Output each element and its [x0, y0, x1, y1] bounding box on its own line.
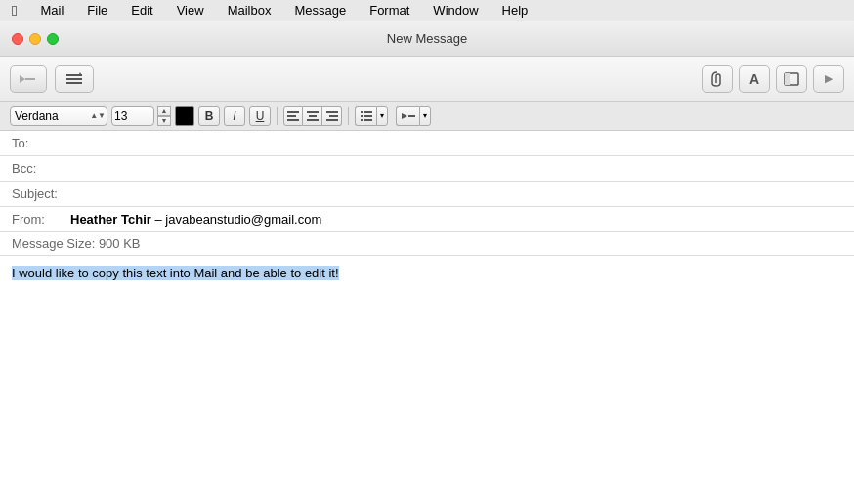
font-button[interactable]: A [739, 65, 770, 93]
bcc-row: Bcc: [0, 156, 854, 182]
message-size-row: Message Size: 900 KB [0, 232, 854, 256]
svg-rect-9 [287, 115, 296, 117]
svg-rect-7 [785, 73, 790, 85]
send-icon [20, 71, 37, 87]
size-down-button[interactable]: ▼ [157, 116, 171, 126]
from-name: Heather Tchir [70, 212, 151, 227]
svg-rect-16 [326, 119, 338, 121]
svg-rect-11 [307, 111, 319, 113]
titlebar: New Message [0, 21, 854, 57]
photo-button[interactable] [776, 65, 807, 93]
svg-rect-12 [309, 115, 317, 117]
list-icon [361, 111, 372, 121]
subject-label: Subject: [12, 187, 70, 201]
menu-mailbox[interactable]: Mailbox [224, 3, 276, 18]
to-label: To: [12, 136, 70, 150]
toolbar-left [10, 65, 94, 93]
compose-area: To: Bcc: Subject: From: Heather Tchir – … [0, 131, 854, 504]
svg-rect-22 [364, 119, 372, 121]
align-center-icon [307, 111, 319, 121]
to-row: To: [0, 131, 854, 156]
options-button[interactable] [55, 65, 94, 93]
send-button[interactable] [10, 65, 47, 93]
more-button[interactable]: ▶ [813, 65, 844, 93]
bcc-label: Bcc: [12, 161, 70, 176]
align-right-button[interactable] [322, 106, 342, 126]
list-combo: ▾ [355, 106, 388, 126]
svg-rect-20 [364, 115, 372, 117]
align-right-icon [326, 111, 338, 121]
apple-menu[interactable]:  [8, 2, 21, 19]
underline-button[interactable]: U [249, 106, 271, 126]
to-input[interactable] [70, 136, 842, 150]
toolbar-right: A ▶ [702, 65, 844, 93]
attachment-icon [710, 71, 724, 87]
svg-rect-15 [329, 115, 338, 117]
svg-rect-8 [287, 111, 299, 113]
svg-rect-19 [361, 115, 363, 117]
align-center-button[interactable] [303, 106, 322, 126]
list-button[interactable] [355, 106, 376, 126]
window-title: New Message [387, 31, 467, 46]
message-size-label: Message Size: 900 KB [12, 236, 141, 251]
menu-window[interactable]: Window [429, 3, 482, 18]
from-label: From: [12, 212, 70, 227]
from-value: Heather Tchir – javabeanstudio@gmail.com [70, 212, 321, 227]
indent-combo: ▾ [396, 106, 431, 126]
toolbar: A ▶ [0, 57, 854, 102]
indent-button[interactable] [396, 106, 419, 126]
size-stepper[interactable]: ▲ ▼ [157, 106, 171, 126]
italic-button[interactable]: I [224, 106, 245, 126]
svg-rect-10 [287, 119, 299, 121]
bold-button[interactable]: B [198, 106, 220, 126]
menu-help[interactable]: Help [498, 3, 533, 18]
from-email: javabeanstudio@gmail.com [165, 212, 321, 227]
separator-1 [277, 107, 278, 125]
close-button[interactable] [12, 33, 23, 45]
menu-file[interactable]: File [83, 3, 111, 18]
svg-rect-4 [66, 82, 82, 84]
svg-rect-13 [307, 119, 319, 121]
font-selector-wrapper: Verdana ▲▼ [10, 106, 107, 126]
indent-icon [402, 111, 415, 121]
menu-view[interactable]: View [173, 3, 208, 18]
svg-rect-24 [408, 115, 415, 117]
options-icon [66, 72, 82, 86]
subject-row: Subject: [0, 182, 854, 207]
size-up-button[interactable]: ▲ [157, 106, 171, 116]
traffic-lights [12, 33, 59, 45]
separator-2 [348, 107, 349, 125]
from-dash: – [154, 212, 161, 227]
new-message-window: New Message [0, 21, 854, 504]
size-selector-wrapper: 13 [111, 106, 154, 126]
attachment-button[interactable] [702, 65, 733, 93]
font-selector[interactable]: Verdana [10, 106, 107, 126]
bcc-input[interactable] [70, 161, 842, 176]
size-selector[interactable]: 13 [111, 106, 154, 126]
svg-rect-3 [66, 78, 82, 80]
minimize-button[interactable] [29, 33, 41, 45]
maximize-button[interactable] [47, 33, 59, 45]
svg-rect-17 [361, 111, 363, 113]
menu-format[interactable]: Format [365, 3, 413, 18]
body-selected-text: I would like to copy this text into Mail… [12, 266, 339, 280]
format-toolbar: Verdana ▲▼ 13 ▲ ▼ B I U [0, 102, 854, 131]
menu-mail[interactable]: Mail [36, 3, 67, 18]
menu-edit[interactable]: Edit [127, 3, 156, 18]
svg-rect-18 [364, 111, 372, 113]
svg-rect-14 [326, 111, 338, 113]
body-area[interactable]: I would like to copy this text into Mail… [0, 256, 854, 504]
subject-input[interactable] [70, 187, 842, 201]
svg-marker-0 [20, 71, 25, 83]
svg-rect-1 [25, 78, 35, 80]
photo-icon [784, 72, 799, 86]
from-row: From: Heather Tchir – javabeanstudio@gma… [0, 207, 854, 232]
align-left-button[interactable] [283, 106, 303, 126]
svg-marker-23 [402, 113, 407, 119]
align-group [283, 106, 342, 126]
menu-message[interactable]: Message [290, 3, 350, 18]
align-left-icon [287, 111, 299, 121]
indent-dropdown-button[interactable]: ▾ [419, 106, 431, 126]
list-dropdown-button[interactable]: ▾ [376, 106, 388, 126]
text-color-swatch[interactable] [175, 106, 194, 126]
